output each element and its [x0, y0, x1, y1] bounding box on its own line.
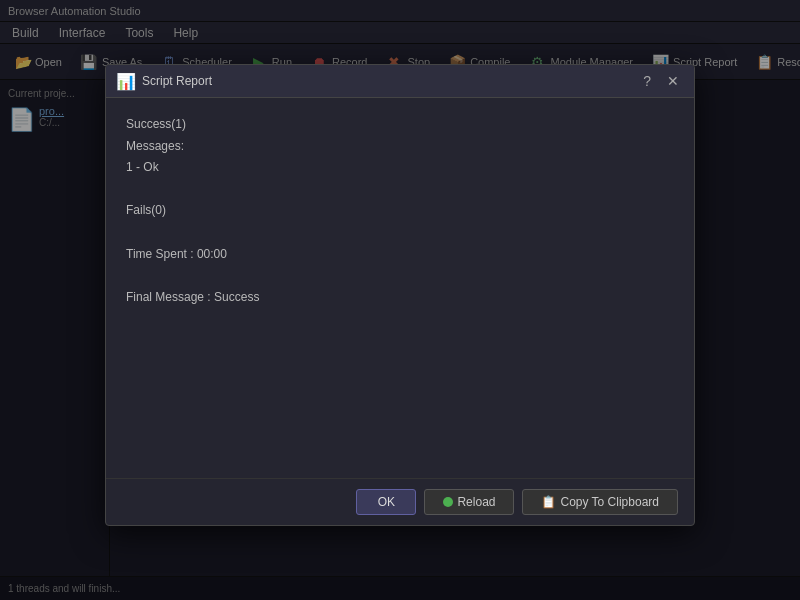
messages-label: Messages:	[126, 136, 674, 158]
ok-button[interactable]: OK	[356, 489, 416, 515]
fails-line: Fails(0)	[126, 200, 674, 222]
time-spent: Time Spent : 00:00	[126, 244, 674, 266]
success-line: Success(1)	[126, 114, 674, 136]
clipboard-icon: 📋	[541, 495, 556, 509]
modal-overlay: 📊 Script Report ? ✕ Success(1) Messages:…	[0, 0, 800, 600]
final-message: Final Message : Success	[126, 287, 674, 309]
reload-button[interactable]: Reload	[424, 489, 514, 515]
message-1: 1 - Ok	[126, 157, 674, 179]
dialog-body: Success(1) Messages: 1 - Ok Fails(0) Tim…	[106, 98, 694, 478]
copy-clipboard-button[interactable]: 📋 Copy To Clipboard	[522, 489, 678, 515]
dialog-titlebar: 📊 Script Report ? ✕	[106, 65, 694, 98]
reload-indicator	[443, 497, 453, 507]
dialog-close-button[interactable]: ✕	[662, 71, 684, 91]
dialog-title-icon: 📊	[116, 72, 136, 91]
dialog-title-left: 📊 Script Report	[116, 72, 212, 91]
dialog-help-button[interactable]: ?	[638, 71, 656, 91]
dialog-title-right: ? ✕	[638, 71, 684, 91]
dialog-title-text: Script Report	[142, 74, 212, 88]
script-report-dialog: 📊 Script Report ? ✕ Success(1) Messages:…	[105, 64, 695, 526]
dialog-footer: OK Reload 📋 Copy To Clipboard	[106, 478, 694, 525]
